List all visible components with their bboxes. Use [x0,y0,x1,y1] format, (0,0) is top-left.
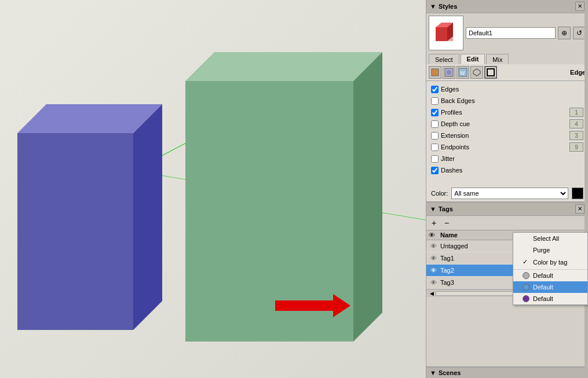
edge-tab-water-icon[interactable]: W [456,66,469,79]
arrow-shaft [275,300,333,311]
edge-tab-face-icon[interactable] [429,66,441,79]
svg-marker-2 [17,133,133,330]
vis-icon-untagged[interactable]: 👁 [429,241,438,251]
color-submenu-item-3[interactable]: Default [513,293,587,304]
tags-title-label: Tags [439,205,453,212]
color-swatch[interactable] [572,188,583,199]
svg-text:W: W [460,70,465,76]
tab-select[interactable]: Select [429,54,459,64]
profiles-checkbox[interactable] [431,109,439,116]
tags-toolbar: + − Select All Purge ✓ Color by tag [426,216,588,230]
context-menu-color-by-tag[interactable]: ✓ Color by tag [513,256,587,268]
styles-inner: W Edge Edges [426,64,588,201]
color-select[interactable]: All same [451,188,568,199]
scenes-panel-header: ▼ Scenes [426,366,588,378]
color-dot-2 [523,284,529,291]
edges-label: Edges [441,86,567,93]
jitter-checkbox[interactable] [431,155,439,163]
edge-label: Edge [570,69,586,76]
endpoints-checkbox[interactable] [431,144,439,151]
depth-cue-label: Depth cue [441,120,567,127]
tab-edit[interactable]: Edit [461,54,485,64]
edge-tab-edge-icon[interactable] [484,66,497,79]
endpoints-value: 9 [569,142,583,152]
option-row-endpoints: Endpoints 9 [431,142,583,152]
svg-marker-4 [133,104,162,330]
remove-tag-button[interactable]: − [441,218,452,228]
color-submenu-label-3: Default [533,295,553,302]
tags-panel-title: ▼ Tags [430,205,453,212]
styles-close-button[interactable]: ✕ [575,2,585,11]
tags-triangle-icon: ▼ [430,205,436,212]
svg-marker-7 [353,52,382,342]
extension-label: Extension [441,132,567,139]
color-submenu-label-1: Default [533,272,553,279]
profiles-value: 1 [569,108,583,117]
select-all-label: Select All [533,235,559,242]
styles-refresh-btn[interactable]: ↺ [573,27,586,39]
back-edges-label: Back Edges [441,97,567,104]
svg-line-1 [133,171,426,220]
edge-options: Edges Back Edges Profiles 1 [426,81,588,181]
scroll-left[interactable]: ◀ [428,291,436,296]
color-dot-1 [523,272,529,279]
tab-mix[interactable]: Mix [486,54,509,64]
color-label: Color: [431,190,448,197]
right-panel: ▼ Styles ✕ ⊕ ↺ Select Edit Mix [426,0,588,378]
edges-checkbox[interactable] [431,86,439,93]
styles-panel-title: ▼ Styles [430,3,457,10]
triangle-icon: ▼ [430,3,436,10]
svg-line-0 [133,58,348,171]
option-row-depth-cue: Depth cue 4 [431,119,583,129]
scenes-triangle-icon: ▼ [430,369,436,376]
styles-title-label: Styles [439,3,457,10]
tags-context-menu: Select All Purge ✓ Color by tag Default [513,232,588,305]
color-submenu-label-2: Default [533,284,553,291]
svg-rect-18 [487,69,494,76]
tags-panel: ▼ Tags ✕ + − Select All Purge ✓ [426,203,588,366]
styles-top: ⊕ ↺ [426,13,588,53]
dashes-checkbox[interactable] [431,167,439,174]
svg-rect-12 [432,69,439,76]
tabs-row: Select Edit Mix [426,53,588,64]
svg-marker-3 [17,104,162,133]
resize-handle[interactable] [585,0,588,378]
color-submenu-item-2[interactable]: Default [513,281,587,293]
style-name-input[interactable] [466,27,556,39]
color-submenu-item-1[interactable]: Default [513,270,587,281]
vis-icon-tag2[interactable]: 👁 [429,266,438,275]
vis-icon-tag1[interactable]: 👁 [429,254,438,263]
extension-checkbox[interactable] [431,132,439,140]
styles-panel-header: ▼ Styles ✕ [426,0,588,13]
scenes-title-label: Scenes [439,369,461,376]
tags-close-button[interactable]: ✕ [575,204,585,214]
option-row-dashes: Dashes [431,166,583,175]
option-row-edges: Edges [431,85,583,94]
option-row-back-edges: Back Edges [431,96,583,105]
style-thumbnail [429,16,463,50]
edge-tab-bg-icon[interactable] [443,66,455,79]
back-edges-checkbox[interactable] [431,97,439,105]
edge-tabs: W Edge [426,64,588,81]
depth-cue-checkbox[interactable] [431,120,439,128]
vis-icon-tag3[interactable]: 👁 [429,278,438,287]
red-arrow [275,294,350,317]
context-menu-purge[interactable]: Purge [513,244,587,256]
scenes-title: ▼ Scenes [430,369,461,376]
styles-panel: ▼ Styles ✕ ⊕ ↺ Select Edit Mix [426,0,588,203]
option-row-jitter: Jitter [431,154,583,163]
jitter-label: Jitter [441,155,567,162]
profiles-label: Profiles [441,109,567,116]
styles-icon-btn-1[interactable]: ⊕ [558,27,571,39]
svg-point-14 [447,70,451,75]
color-by-tag-check: ✓ [523,258,529,266]
context-menu-select-all[interactable]: Select All [513,233,587,244]
option-row-profiles: Profiles 1 [431,108,583,117]
vis-col-header: 👁 [429,232,440,238]
edge-tab-model-icon[interactable] [470,66,483,79]
depth-cue-value: 4 [569,119,583,129]
add-tag-button[interactable]: + [429,218,439,228]
endpoints-label: Endpoints [441,144,567,151]
canvas-area [0,0,426,378]
purge-label: Purge [533,247,550,254]
